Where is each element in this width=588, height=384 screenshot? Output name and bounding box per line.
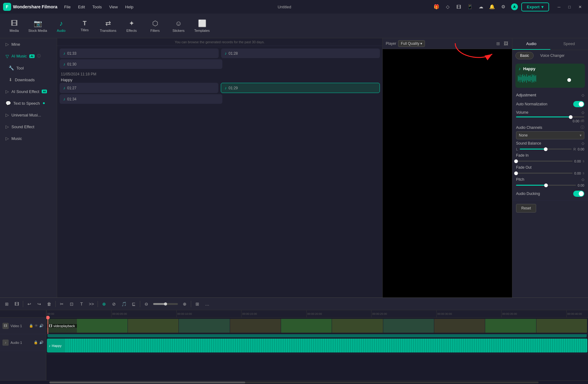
- adjustment-reset-icon[interactable]: ◇: [582, 93, 584, 97]
- tl-audio-button[interactable]: 🎵: [120, 300, 128, 308]
- tl-view-button[interactable]: ⊞: [193, 300, 202, 308]
- tool-stickers[interactable]: ☺ Stickers: [167, 15, 190, 37]
- stock-media-label: Stock Media: [28, 29, 47, 32]
- audio-card[interactable]: ♪ 01:27: [60, 83, 218, 93]
- zoom-thumb[interactable]: [164, 302, 167, 306]
- track-lock-icon[interactable]: 🔒: [34, 340, 38, 344]
- audio-time: 01:27: [67, 86, 77, 90]
- track-eye-icon[interactable]: 👁: [35, 324, 38, 328]
- fade-in-slider[interactable]: [516, 161, 573, 162]
- tool-effects[interactable]: ✦ Effects: [120, 15, 143, 37]
- tool-filters[interactable]: ⬡ Filters: [144, 15, 166, 37]
- fade-in-thumb[interactable]: [514, 159, 518, 163]
- sidebar-item-downloads[interactable]: ⬇ Downloads: [1, 74, 56, 85]
- phone-icon[interactable]: 📱: [466, 2, 474, 11]
- audio-card[interactable]: ♪ 01:28: [221, 49, 380, 58]
- sidebar-item-ai-sound-effect[interactable]: ▷ AI Sound Effect AI: [1, 86, 56, 97]
- audio-card[interactable]: ♪ 01:30: [60, 59, 222, 69]
- tl-more-button[interactable]: …: [203, 300, 212, 308]
- tl-split-button[interactable]: ✂: [57, 300, 66, 308]
- horizontal-scrollbar[interactable]: [49, 382, 539, 383]
- tl-expand-button[interactable]: >>: [87, 300, 96, 308]
- video-clip[interactable]: 🎞 videoplayback: [47, 319, 587, 333]
- tl-ripple-button[interactable]: ⊘: [110, 300, 118, 308]
- sound-balance-thumb[interactable]: [544, 147, 548, 151]
- tl-undo-button[interactable]: ↩: [25, 300, 34, 308]
- audio-clip[interactable]: ♪ Happy: [47, 339, 587, 352]
- diamond-icon[interactable]: ◇: [443, 2, 452, 11]
- tool-titles[interactable]: T Titles: [74, 15, 96, 37]
- close-button[interactable]: ✕: [575, 2, 585, 11]
- audio-ducking-toggle[interactable]: [573, 191, 584, 197]
- audio-card-selected[interactable]: ♪ 01:29: [221, 83, 380, 93]
- fade-out-slider[interactable]: [516, 173, 573, 174]
- menu-file[interactable]: File: [61, 3, 74, 11]
- bell-icon[interactable]: 🔔: [488, 2, 497, 11]
- pitch-thumb[interactable]: [544, 184, 548, 187]
- scrollbar-thumb[interactable]: [49, 382, 245, 383]
- tl-delete-button[interactable]: 🗑: [45, 300, 53, 308]
- audio-channels-select[interactable]: None ▾: [516, 131, 584, 139]
- tool-media[interactable]: 🎞 Media: [3, 15, 25, 37]
- film-icon[interactable]: 🎞: [455, 2, 463, 11]
- volume-reset-icon[interactable]: ◇: [582, 110, 584, 115]
- menu-view[interactable]: View: [106, 3, 121, 11]
- tab-audio[interactable]: Audio: [512, 38, 550, 50]
- volume-thumb[interactable]: [569, 115, 573, 119]
- audio-card[interactable]: ♪ 01:33: [60, 49, 219, 58]
- fade-out-thumb[interactable]: [514, 171, 518, 175]
- subtab-voice-changer[interactable]: Voice Changer: [536, 52, 569, 59]
- sidebar-item-mine[interactable]: ▷ Mine: [1, 39, 56, 50]
- quality-select[interactable]: Full Quality ▾: [398, 40, 425, 47]
- settings-icon[interactable]: ⚙: [499, 2, 508, 11]
- menu-tools[interactable]: Tools: [89, 3, 105, 11]
- tl-marker-button[interactable]: ⊑: [129, 300, 138, 308]
- reset-button[interactable]: Reset: [516, 204, 536, 213]
- grid-view-icon[interactable]: ⊞: [495, 40, 501, 47]
- export-button[interactable]: Export ▾: [521, 2, 549, 11]
- menu-help[interactable]: Help: [122, 3, 136, 11]
- tl-add-media-button[interactable]: 🎞: [12, 300, 21, 308]
- tl-redo-button[interactable]: ↪: [35, 300, 44, 308]
- auto-normalization-toggle[interactable]: [573, 101, 584, 107]
- tool-templates[interactable]: ⬜ Templates: [191, 15, 213, 37]
- waveform-slider-thumb[interactable]: [567, 78, 571, 82]
- tl-text-button[interactable]: T: [77, 300, 86, 308]
- menu-edit[interactable]: Edit: [75, 3, 88, 11]
- tool-audio[interactable]: ♪ Audio: [50, 15, 72, 37]
- banner-waveform: [515, 72, 585, 88]
- minimize-button[interactable]: ─: [554, 2, 564, 11]
- gift-icon[interactable]: 🎁: [432, 2, 441, 11]
- cloud-icon[interactable]: ☁: [477, 2, 485, 11]
- subtab-basic[interactable]: Basic: [515, 52, 534, 59]
- track-volume-icon[interactable]: 🔊: [39, 324, 44, 328]
- tl-magnet-button[interactable]: ⊕: [100, 300, 108, 308]
- video-track-label: Video 1: [10, 324, 22, 328]
- tab-speed[interactable]: Speed: [550, 38, 588, 50]
- audio-card[interactable]: ♪ 01:34: [60, 94, 222, 104]
- tl-add-track-button[interactable]: ⊞: [2, 300, 11, 308]
- tl-zoom-in-button[interactable]: ⊕: [180, 300, 189, 308]
- tl-crop-button[interactable]: ⊡: [67, 300, 76, 308]
- sidebar-item-tool[interactable]: 🔧 Tool: [1, 62, 56, 74]
- tool-stock-media[interactable]: 📷 Stock Media: [27, 15, 49, 37]
- tool-transitions[interactable]: ⇄ Transitions: [97, 15, 119, 37]
- volume-slider[interactable]: [516, 116, 584, 117]
- sidebar-item-sound-effect[interactable]: ▷ Sound Effect: [1, 121, 56, 132]
- tl-zoom-out-button[interactable]: ⊖: [142, 300, 151, 308]
- track-volume-icon[interactable]: 🔊: [39, 340, 44, 344]
- sidebar-item-ai-music[interactable]: ▽ AI Music AI ⓘ: [1, 50, 56, 62]
- maximize-button[interactable]: □: [565, 2, 574, 11]
- sound-balance-slider[interactable]: [520, 149, 572, 150]
- sidebar-item-universal-music[interactable]: ▷ Universal Musi...: [1, 109, 56, 120]
- pitch-slider[interactable]: [516, 185, 576, 186]
- zoom-slider[interactable]: [153, 303, 178, 305]
- titlebar-right: 🎁 ◇ 🎞 📱 ☁ 🔔 ⚙ A Export ▾ ─ □ ✕: [432, 2, 585, 11]
- user-icon[interactable]: A: [510, 2, 519, 11]
- track-lock-icon[interactable]: 🔒: [29, 324, 33, 328]
- picture-icon[interactable]: 🖼: [503, 40, 509, 47]
- sidebar-item-text-to-speech[interactable]: 💬 Text to Speech: [1, 98, 56, 109]
- sidebar-item-music[interactable]: ▷ Music: [1, 133, 56, 144]
- pitch-reset-icon[interactable]: ◇: [582, 177, 584, 182]
- sound-balance-reset-icon[interactable]: ◇: [582, 141, 584, 146]
